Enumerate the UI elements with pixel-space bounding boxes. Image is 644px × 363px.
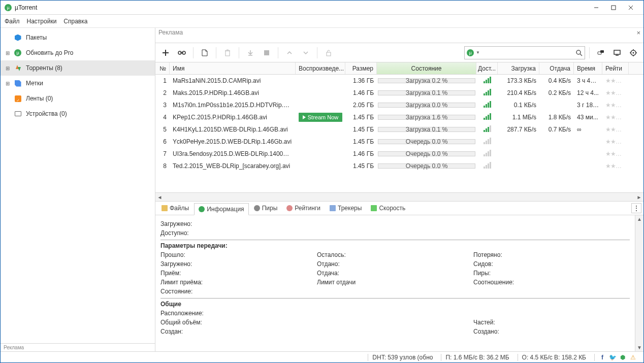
menu-file[interactable]: Файл — [5, 18, 20, 25]
unlock-button[interactable] — [321, 46, 336, 60]
preferences-button[interactable] — [626, 46, 640, 60]
search-dropdown-icon[interactable]: ▼ — [476, 50, 480, 55]
tab-peers[interactable]: Пиры — [250, 202, 282, 214]
ad-close-icon[interactable]: × — [636, 29, 640, 37]
table-row[interactable]: 8Ted.2.2015_WEB-DLRip_[scarabey.org].avi… — [155, 160, 643, 172]
cell-num: 4 — [155, 114, 170, 121]
cell-name: MaRs1aNiN.2015.D.CAMRip.avi — [170, 77, 296, 84]
col-size[interactable]: Размер — [345, 62, 377, 74]
col-status[interactable]: Состояние — [377, 62, 476, 74]
detail-downloaded: Загружено: — [160, 220, 630, 227]
cell-play: Stream Now — [296, 113, 345, 122]
create-torrent-button[interactable] — [198, 46, 212, 60]
expander-icon[interactable]: ⊞ — [6, 50, 10, 56]
remote-button[interactable] — [610, 46, 624, 60]
close-button[interactable] — [622, 3, 639, 13]
sidebar-item-5[interactable]: Устройства (0) — [1, 106, 155, 121]
detail-wasted: Потеряно: — [473, 251, 630, 258]
cell-size: 1.45 ГБ — [345, 162, 377, 170]
move-down-button[interactable] — [299, 46, 313, 60]
search-box[interactable]: µ ▼ — [464, 46, 585, 59]
sidebar-item-1[interactable]: ⊞µОбновить до Pro — [1, 45, 155, 60]
table-row[interactable]: 5K4H1KyL1.2015D.WEB-DLRip.1.46GB.avi1.45… — [155, 123, 643, 136]
cell-status: Загрузка 0.1 % — [377, 89, 476, 96]
sidebar-item-4[interactable]: ◞Ленты (0) — [1, 91, 155, 106]
add-url-button[interactable] — [175, 46, 189, 60]
stream-now-button[interactable]: Stream Now — [299, 113, 343, 122]
sidebar-item-0[interactable]: Пакеты — [1, 30, 155, 45]
expander-icon[interactable]: ⊞ — [6, 81, 10, 86]
cell-size: 1.46 ГБ — [345, 150, 377, 157]
tabs-menu-button[interactable]: ⋮ — [631, 203, 641, 213]
svg-point-23 — [633, 52, 634, 53]
cell-size: 1.45 ГБ — [345, 114, 377, 121]
table-row[interactable]: 7UI3ra.5endosy.2015.D.WEB-DLRip.1400MB.a… — [155, 148, 643, 160]
maximize-button[interactable] — [605, 3, 622, 13]
horizontal-scrollbar[interactable]: ◄► — [155, 192, 643, 201]
move-up-button[interactable] — [282, 46, 297, 60]
minimize-button[interactable] — [588, 3, 605, 13]
vertical-scrollbar[interactable]: ▲▼ — [635, 215, 643, 351]
detail-location: Расположение: — [160, 310, 630, 317]
cell-avail — [476, 150, 498, 158]
facebook-icon[interactable]: f — [599, 354, 606, 361]
cell-time: 3 г 18 ... — [574, 102, 602, 109]
trackers-icon — [330, 205, 336, 211]
menu-settings[interactable]: Настройки — [27, 18, 57, 25]
cell-down: 287.7 КБ/s — [498, 126, 539, 133]
ratings-icon — [286, 205, 293, 211]
cell-avail — [476, 125, 498, 134]
table-row[interactable]: 4KPep1C.2015.P.HDRip.1.46GB.aviStream No… — [155, 111, 643, 123]
table-row[interactable]: 1MaRs1aNiN.2015.D.CAMRip.avi1.36 ГБЗагру… — [155, 75, 643, 87]
share-button[interactable] — [594, 46, 608, 60]
detail-pieces: Частей: — [473, 319, 630, 326]
cell-rating: ★★★★★ — [602, 138, 629, 145]
stop-button[interactable] — [260, 46, 274, 60]
tab-speed[interactable]: Скорость — [367, 202, 409, 214]
start-button[interactable] — [243, 46, 257, 60]
svg-rect-14 — [264, 50, 269, 55]
tab-files[interactable]: Файлы — [157, 202, 193, 214]
twitter-icon[interactable]: 🐦 — [609, 354, 616, 361]
tab-ratings[interactable]: Рейтинги — [282, 202, 325, 214]
sidebar-item-2[interactable]: ⊞Торренты (8) — [1, 60, 155, 76]
tab-info[interactable]: Информация — [194, 203, 248, 215]
cell-up: 1.8 КБ/s — [539, 114, 574, 121]
detail-elapsed: Прошло: — [160, 251, 317, 258]
search-engine-icon: µ — [467, 49, 474, 56]
cell-down: 173.3 КБ/s — [498, 77, 539, 84]
arrows-icon — [14, 64, 22, 72]
delete-button[interactable] — [220, 46, 235, 60]
cell-status: Загрузка 0.2 % — [377, 77, 476, 84]
tab-trackers[interactable]: Трекеры — [326, 202, 366, 214]
table-row[interactable]: 6Yck0PeHye.2015.D.WEB-DLRip.1.46Gb.avi1.… — [155, 136, 643, 148]
detail-tabs: Файлы Информация Пиры Рейтинги Трекеры С… — [155, 201, 643, 215]
col-num[interactable]: № — [155, 62, 170, 74]
svg-rect-15 — [327, 52, 331, 56]
window-title: µTorrent — [15, 4, 588, 11]
col-play[interactable]: Воспроизведе... — [296, 62, 345, 74]
table-row[interactable]: 3M1s7i0n.1mP0ss1b1e.2015.D.HDTVRip.2100.… — [155, 99, 643, 111]
search-input[interactable] — [482, 49, 573, 56]
menu-help[interactable]: Справка — [63, 18, 87, 25]
col-name[interactable]: Имя — [170, 62, 296, 74]
col-avail[interactable]: Дост... — [476, 62, 498, 74]
col-rating[interactable]: Рейти — [602, 62, 629, 74]
add-torrent-button[interactable] — [158, 46, 173, 60]
search-icon[interactable] — [575, 49, 583, 56]
col-up[interactable]: Отдача — [539, 62, 574, 74]
warning-icon[interactable]: ⚠ — [629, 354, 636, 361]
cell-rating: ★★★★★ — [602, 150, 629, 157]
svg-rect-9 — [226, 51, 230, 56]
circle-icon: µ — [14, 49, 22, 57]
detail-panel: Загружено: Доступно: Параметры передачи:… — [155, 215, 643, 351]
sidebar-item-label: Пакеты — [26, 34, 47, 41]
sidebar-item-3[interactable]: ⊞Метки — [1, 76, 155, 91]
col-time[interactable]: Время — [574, 62, 602, 74]
torrent-grid[interactable]: 1MaRs1aNiN.2015.D.CAMRip.avi1.36 ГБЗагру… — [155, 75, 643, 192]
table-row[interactable]: 2Maks.2015.P.HDRip.1.46GB.avi1.46 ГБЗагр… — [155, 87, 643, 99]
col-down[interactable]: Загрузка — [498, 62, 539, 74]
hex-icon — [14, 34, 22, 42]
expander-icon[interactable]: ⊞ — [6, 65, 10, 71]
android-icon[interactable]: ⬢ — [619, 354, 626, 361]
